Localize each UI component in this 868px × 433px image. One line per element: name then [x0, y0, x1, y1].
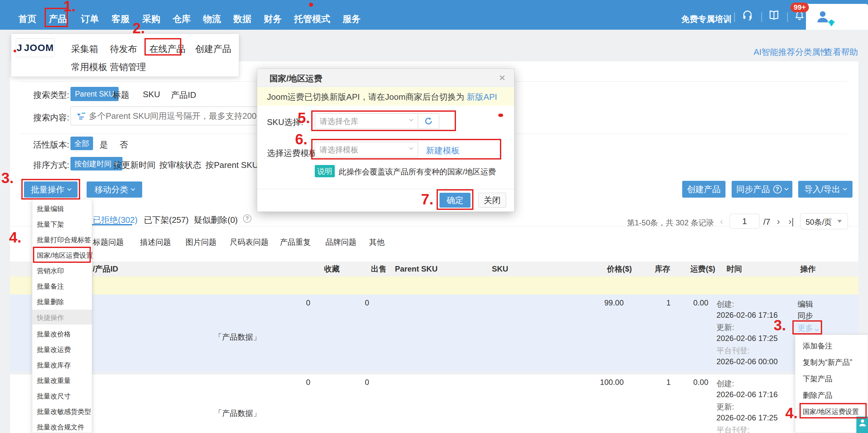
nav-finance[interactable]: 财务: [264, 13, 282, 25]
search-type-sku[interactable]: SKU: [143, 90, 160, 99]
nav-purchasing[interactable]: 采购: [142, 13, 160, 25]
view-help-link[interactable]: 查看帮助: [825, 46, 858, 58]
nav-services[interactable]: 服务: [343, 13, 361, 25]
free-training-link[interactable]: 免费专属培训: [681, 13, 732, 25]
modal-header: 国家/地区运费 ×: [257, 69, 514, 87]
sort-by-updated[interactable]: 按更新时间: [114, 160, 155, 171]
page-size-select[interactable]: 50条/页: [800, 213, 848, 229]
sync-product-button[interactable]: 同步产品?: [732, 181, 793, 198]
active-all-chip[interactable]: 全部: [70, 137, 93, 150]
nav-orders[interactable]: 订单: [81, 13, 99, 25]
new-template-link[interactable]: 新建模板: [426, 145, 460, 156]
filter-description-issue[interactable]: 描述问题: [140, 237, 171, 247]
menu-marketing-management[interactable]: 营销管理: [110, 61, 146, 73]
menu-pending-publish[interactable]: 待发布: [110, 43, 137, 55]
menu-collect-box[interactable]: 采集箱: [71, 43, 98, 55]
menu-copy-as-new[interactable]: 复制为“新产品”: [803, 358, 852, 367]
nav-data[interactable]: 数据: [233, 13, 251, 25]
batch-change-weight[interactable]: 批量改重量: [37, 376, 71, 385]
batch-change-compliance-file[interactable]: 批量改合规文件: [37, 423, 84, 432]
tab-removed[interactable]: 已下架(257): [144, 214, 189, 226]
new-api-link[interactable]: 新版API: [467, 92, 497, 102]
menu-add-note[interactable]: 添加备注: [803, 341, 833, 351]
row1-more-link[interactable]: 更多: [798, 323, 818, 333]
filter-other[interactable]: 其他: [369, 237, 384, 247]
filter-brand-issue[interactable]: 品牌问题: [326, 237, 356, 247]
manual-book-icon[interactable]: [769, 10, 779, 21]
nav-logistics[interactable]: 物流: [203, 13, 221, 25]
confirm-button[interactable]: 确定: [439, 193, 470, 208]
page-number-input[interactable]: 1: [730, 214, 760, 229]
menu-online-products[interactable]: 在线产品: [149, 43, 185, 55]
close-button[interactable]: 关闭: [478, 193, 506, 208]
question-circle-icon[interactable]: ?: [243, 214, 251, 223]
search-type-parent-sku[interactable]: Parent SKU: [70, 87, 119, 101]
nav-customer-service[interactable]: 客服: [112, 13, 130, 25]
batch-print-compliance-label[interactable]: 批量打印合规标签: [37, 235, 91, 244]
annotation-step-4-row: 4.: [785, 404, 798, 422]
batch-change-shipping[interactable]: 批量改运费: [37, 345, 71, 354]
batch-change-price[interactable]: 批量改价格: [37, 330, 71, 339]
prev-page-icon[interactable]: ‹: [720, 216, 723, 227]
annotation-step-6: 6.: [295, 130, 307, 148]
import-export-label: 导入/导出: [804, 184, 840, 195]
chevron-down-icon: [409, 146, 413, 150]
search-type-title[interactable]: 标题: [113, 90, 129, 101]
nav-managed-mode[interactable]: 托管模式: [294, 13, 330, 25]
batch-change-sensitive-type[interactable]: 批量改敏感货类型: [37, 407, 91, 416]
headset-icon[interactable]: [742, 10, 753, 21]
multi-filter-icon: [76, 112, 86, 121]
menu-country-shipping-setting[interactable]: 国家/地区运费设置: [803, 407, 859, 416]
tab-suspected-deleted[interactable]: 疑似删除(0): [194, 214, 238, 226]
batch-change-stock[interactable]: 批量改库存: [37, 361, 71, 370]
online-products-page: { "topnav": { "items": ["首页","产品","订单","…: [0, 0, 868, 433]
batch-unlist[interactable]: 批量下架: [37, 220, 64, 229]
nav-warehouse[interactable]: 仓库: [173, 13, 191, 25]
next-page-icon[interactable]: ›: [777, 216, 780, 227]
menu-unlist-product[interactable]: 下架产品: [803, 374, 833, 384]
filter-image-issue[interactable]: 图片问题: [185, 237, 217, 247]
filter-duplicate-product[interactable]: 产品重复: [280, 237, 311, 247]
ai-recommend-link[interactable]: AI智能推荐分类属性: [753, 46, 829, 58]
chevron-down-icon: [784, 186, 788, 191]
annotation-step-5: 5.: [298, 109, 310, 127]
customer-service-widget[interactable]: [856, 417, 868, 433]
import-export-button[interactable]: 导入/导出: [798, 181, 852, 198]
filter-size-chart-issue[interactable]: 尺码表问题: [230, 237, 269, 247]
menu-delete-product[interactable]: 删除产品: [803, 390, 833, 400]
col-sales: 出售: [371, 262, 386, 276]
chevron-down-icon: [131, 187, 135, 191]
batch-edit[interactable]: 批量编辑: [37, 204, 64, 213]
sort-by-parent-sku[interactable]: 按Parent SKU: [206, 160, 258, 171]
sort-by-review-status[interactable]: 按审核状态: [159, 160, 201, 171]
batch-country-shipping-setting[interactable]: 国家/地区运费设置: [37, 251, 93, 260]
first-page-icon[interactable]: |‹: [706, 216, 711, 227]
row1-sync-link[interactable]: 同步: [798, 311, 813, 321]
filter-title-issue[interactable]: 标题问题: [93, 237, 124, 247]
marketing-watermark[interactable]: 营销水印: [37, 266, 64, 275]
user-account-button[interactable]: [806, 4, 868, 30]
notice-text: Joom运费已切换新版API，请在Joom商家后台切换为 新版API: [267, 91, 497, 103]
nav-home[interactable]: 首页: [19, 13, 36, 25]
row1-edit-link[interactable]: 编辑: [798, 299, 813, 309]
row2-product-data-link[interactable]: 「产品数据」: [214, 408, 261, 419]
search-type-product-id[interactable]: 产品ID: [171, 90, 196, 101]
batch-operation-button[interactable]: 批量操作: [24, 181, 78, 198]
active-no[interactable]: 否: [120, 139, 128, 151]
menu-create-product[interactable]: 创建产品: [195, 43, 231, 55]
table-notice-row: [10, 276, 858, 295]
batch-note[interactable]: 批量备注: [37, 282, 64, 291]
warehouse-select[interactable]: 请选择仓库: [315, 113, 418, 129]
active-yes[interactable]: 是: [99, 139, 108, 151]
template-select[interactable]: 请选择模板: [315, 142, 418, 157]
move-category-button[interactable]: 移动分类: [87, 181, 142, 198]
batch-change-size[interactable]: 批量改尺寸: [37, 392, 71, 401]
menu-common-templates[interactable]: 常用模板: [71, 61, 107, 73]
refresh-button[interactable]: [418, 113, 439, 129]
row1-product-data-link[interactable]: 「产品数据」: [214, 332, 261, 342]
close-icon[interactable]: ×: [499, 71, 505, 84]
batch-delete[interactable]: 批量删除: [37, 297, 64, 306]
create-product-button[interactable]: 创建产品: [682, 181, 725, 198]
last-page-icon[interactable]: ›|: [788, 216, 794, 227]
joom-channel-button[interactable]: J JOOM: [16, 38, 55, 57]
